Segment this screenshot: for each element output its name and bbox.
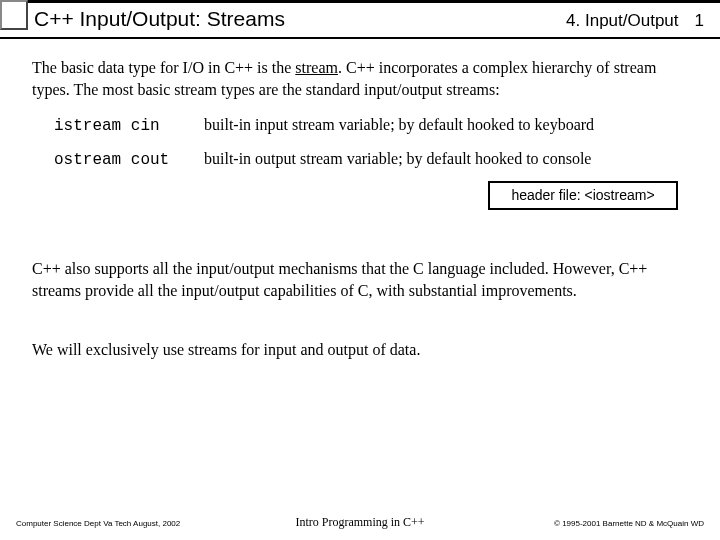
intro-paragraph: The basic data type for I/O in C++ is th… <box>32 57 688 100</box>
slide-title: C++ Input/Output: Streams <box>34 7 566 31</box>
slide-footer: Computer Science Dept Va Tech August, 20… <box>0 515 720 530</box>
page-number: 1 <box>695 11 704 31</box>
definition-row: istream cin built-in input stream variab… <box>54 114 688 138</box>
definition-term: istream cin <box>54 116 204 138</box>
intro-underlined: stream <box>295 59 338 76</box>
header-file-box: header file: <iostream> <box>488 181 678 210</box>
footer-right: © 1995-2001 Barnette ND & McQuain WD <box>475 519 704 528</box>
paragraph-2: C++ also supports all the input/output m… <box>32 258 688 301</box>
footer-left: Computer Science Dept Va Tech August, 20… <box>16 519 245 528</box>
definition-desc: built-in output stream variable; by defa… <box>204 148 591 170</box>
definition-row: ostream cout built-in output stream vari… <box>54 148 688 172</box>
corner-decoration <box>0 0 28 30</box>
intro-pre: The basic data type for I/O in C++ is th… <box>32 59 295 76</box>
footer-center: Intro Programming in C++ <box>245 515 474 530</box>
paragraph-3: We will exclusively use streams for inpu… <box>32 339 688 361</box>
slide-body: The basic data type for I/O in C++ is th… <box>0 39 720 361</box>
definition-term: ostream cout <box>54 150 204 172</box>
slide-header: C++ Input/Output: Streams 4. Input/Outpu… <box>0 3 720 39</box>
spacer <box>32 210 688 258</box>
section-label: 4. Input/Output <box>566 11 678 31</box>
slide: C++ Input/Output: Streams 4. Input/Outpu… <box>0 0 720 540</box>
definitions-list: istream cin built-in input stream variab… <box>54 114 688 171</box>
spacer <box>32 315 688 339</box>
definition-desc: built-in input stream variable; by defau… <box>204 114 594 136</box>
